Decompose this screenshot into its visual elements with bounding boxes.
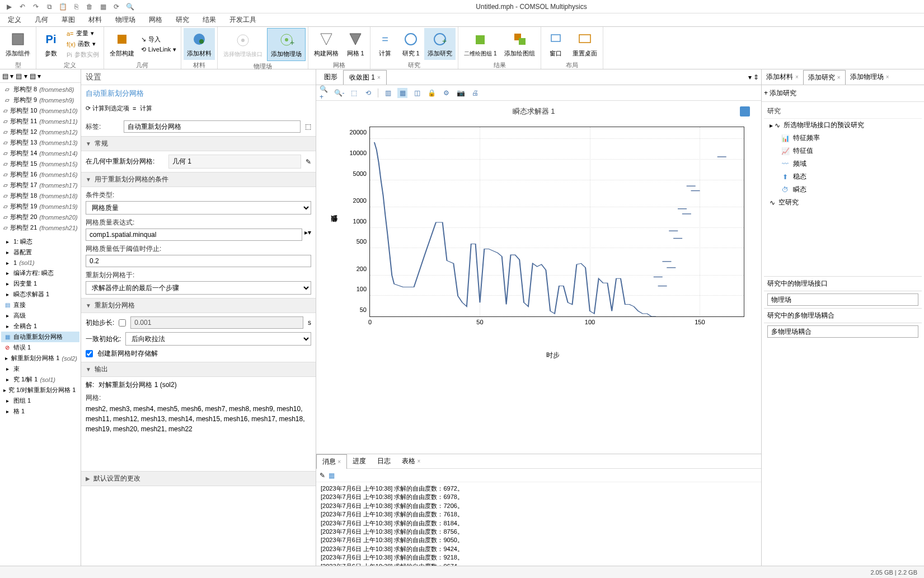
compute-link[interactable]: 计算	[140, 104, 152, 113]
close-icon[interactable]: ×	[418, 458, 421, 464]
print-icon[interactable]: 🖨	[470, 88, 480, 98]
menu-define[interactable]: 定义	[2, 14, 27, 26]
remesh-at-select[interactable]: 求解器停止前的最后一个步骤	[86, 281, 311, 295]
split-icon[interactable]: ◫	[412, 88, 422, 98]
settings-icon[interactable]: ⚙	[441, 88, 451, 98]
tree-item[interactable]: ▸因变量 1	[1, 278, 79, 289]
tab-graphics[interactable]: 图形	[318, 70, 343, 84]
menu-dev[interactable]: 开发工具	[224, 14, 262, 26]
import-button[interactable]: ↘ 导入	[139, 35, 179, 44]
undo-icon[interactable]: ↶	[18, 2, 27, 11]
empty-study-node[interactable]: ∿ 空研究	[764, 196, 922, 209]
tree-item[interactable]: ▱形构型 14 (frommesh14)	[1, 148, 79, 159]
tree-item[interactable]: ▱形构型 16 (frommesh16)	[1, 169, 79, 180]
build-all-button[interactable]: 全部构建	[106, 28, 138, 60]
tree-tool-1[interactable]: ▤ ▾	[2, 72, 13, 80]
cond-type-select[interactable]: 网格质量	[86, 201, 311, 215]
select-physics-button[interactable]: 选择物理场接口	[220, 29, 266, 60]
tree-item[interactable]: ▸解重新划分网格 1 (sol2)	[1, 353, 79, 363]
menu-mesh[interactable]: 网格	[143, 14, 168, 26]
tab-progress[interactable]: 进度	[347, 454, 372, 468]
section-remesh[interactable]: ▼重新划分网格	[81, 298, 316, 313]
toggle-icon[interactable]: ▦	[99, 2, 107, 11]
tree-item[interactable]: ▸高级	[1, 310, 79, 321]
zoom-box-icon[interactable]: ⬚	[349, 88, 359, 98]
camera-icon[interactable]: 📷	[456, 88, 466, 98]
reset-zoom-icon[interactable]: ⟲	[363, 88, 373, 98]
study1-button[interactable]: 研究 1	[398, 28, 423, 60]
tag-input[interactable]	[124, 120, 301, 133]
variables-button[interactable]: a=变量 ▾	[64, 29, 101, 38]
tree-item[interactable]: ▱形构型 12 (frommesh12)	[1, 127, 79, 137]
param-case-button[interactable]: Pi参数实例	[64, 50, 101, 59]
preset-studies-node[interactable]: ▸ ∿ 所选物理场接口的预设研究	[764, 119, 922, 132]
chart-plot-area[interactable]: 5010020050010002000500010000200000501001…	[369, 127, 744, 317]
compute-button[interactable]: = 计算	[373, 28, 397, 60]
copy-icon[interactable]: ⧉	[45, 2, 54, 11]
tree-item[interactable]: ▸瞬态求解器 1	[1, 289, 79, 300]
section-conditions[interactable]: ▼用于重新划分网格的条件	[81, 172, 316, 187]
section-general[interactable]: ▼常规	[81, 136, 316, 151]
table-icon[interactable]: ▦	[397, 88, 407, 98]
log-export-icon[interactable]: ▦	[329, 472, 335, 479]
zoom-in-icon[interactable]: 🔍+	[320, 88, 330, 98]
tree-tool-2[interactable]: ▤ ▾	[16, 72, 27, 80]
bars-icon[interactable]: ▥	[383, 88, 393, 98]
add-physics-button[interactable]: + 添加物理场	[267, 28, 306, 61]
tab-convergence[interactable]: 收敛图 1×	[343, 70, 387, 85]
tree-item[interactable]: ▸1 (sol1)	[1, 258, 79, 268]
build-mesh-button[interactable]: 构建网格	[311, 28, 342, 60]
expr-menu-icon[interactable]: ▸▾	[304, 229, 311, 241]
redo-icon[interactable]: ↷	[31, 2, 40, 11]
multi-field[interactable]	[767, 325, 918, 338]
functions-button[interactable]: f(x)函数 ▾	[64, 39, 101, 49]
tree-item[interactable]: ▸究 1/对解重新划分网格 1	[1, 385, 79, 395]
refresh-icon[interactable]: ⟳	[112, 2, 121, 11]
add-plot-group-button[interactable]: 添加绘图组	[501, 28, 538, 60]
tree-item[interactable]: ▱形构型 9 (frommesh9)	[1, 95, 79, 105]
tree-item[interactable]: ▱形构型 15 (frommesh15)	[1, 159, 79, 169]
menu-results[interactable]: 结果	[197, 14, 222, 26]
tree-item[interactable]: ▤直接	[1, 300, 79, 310]
close-icon[interactable]: ×	[377, 74, 381, 81]
log-clear-icon[interactable]: ✎	[320, 472, 325, 479]
study-option[interactable]: 📈特征值	[764, 144, 922, 157]
tree-content[interactable]: ▱形构型 8 (frommesh8)▱形构型 9 (frommesh9)▱形构型…	[0, 83, 81, 566]
add-study-button[interactable]: + 添加研究	[424, 28, 456, 60]
init-select[interactable]: 后向欧拉法	[125, 332, 311, 346]
lock-icon[interactable]: 🔒	[426, 88, 437, 98]
reset-desktop-button[interactable]: 重置桌面	[569, 28, 601, 60]
tab-table[interactable]: 表格 ×	[396, 454, 426, 468]
tree-item[interactable]: ▱形构型 13 (frommesh13)	[1, 137, 79, 148]
step-input[interactable]	[130, 316, 303, 329]
add-component-button[interactable]: 添加组件	[2, 28, 34, 60]
tree-item[interactable]: ▱形构型 10 (frommesh10)	[1, 105, 79, 116]
tree-item[interactable]: ▱形构型 21 (frommesh21)	[1, 222, 79, 233]
log-content[interactable]: [2023年7月6日 上午10:38] 求解的自由度数：6972。[2023年7…	[316, 482, 761, 566]
expr-input[interactable]	[86, 229, 302, 241]
tree-item[interactable]: ▱形构型 17 (frommesh17)	[1, 180, 79, 190]
mesh1-button[interactable]: 网格 1	[343, 28, 368, 60]
parameters-button[interactable]: Pi 参数	[39, 28, 63, 60]
add-material-button[interactable]: 添加材料	[184, 28, 215, 60]
section-output[interactable]: ▼输出	[81, 362, 316, 377]
tab-add-material[interactable]: 添加材料×	[762, 70, 803, 84]
tree-item[interactable]: ▱形构型 18 (frommesh18)	[1, 190, 79, 201]
tab-messages[interactable]: 消息 ×	[316, 454, 347, 469]
search-icon[interactable]: 🔍	[125, 2, 134, 11]
paste-icon[interactable]: 📋	[58, 2, 67, 11]
windows-button[interactable]: 窗口	[543, 28, 568, 60]
tree-item[interactable]: ▸格 1	[1, 406, 79, 417]
study-option[interactable]: ⬆稳态	[764, 170, 922, 183]
run-icon[interactable]: ▶	[4, 2, 13, 11]
tree-item[interactable]: ▸究 1/解 1 (sol1)	[1, 374, 79, 385]
tree-item[interactable]: ▱形构型 20 (frommesh20)	[1, 212, 79, 222]
section-defaults[interactable]: ▶默认设置的更改	[81, 471, 316, 486]
tab-log[interactable]: 日志	[372, 454, 396, 468]
edit-icon[interactable]: ✎	[306, 158, 311, 166]
menu-study[interactable]: 研究	[170, 14, 195, 26]
step-checkbox[interactable]	[119, 319, 126, 327]
tree-tool-3[interactable]: ▤ ▾	[30, 72, 41, 80]
tree-item[interactable]: ▸编译方程: 瞬态	[1, 268, 79, 278]
store-checkbox[interactable]	[86, 350, 93, 357]
